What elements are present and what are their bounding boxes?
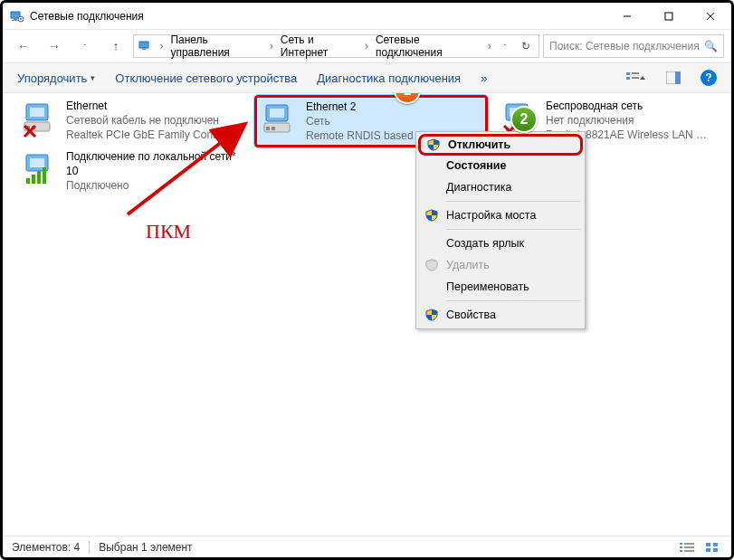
wifi-icon	[21, 149, 61, 189]
search-placeholder: Поиск: Сетевые подключения	[549, 40, 700, 52]
minimize-button[interactable]	[606, 3, 648, 30]
ctx-status[interactable]: Состояние	[419, 155, 582, 176]
close-button[interactable]	[690, 3, 731, 30]
organize-button[interactable]: Упорядочить▾	[10, 68, 102, 89]
titlebar: Сетевые подключения	[3, 3, 731, 30]
svg-rect-46	[680, 546, 682, 548]
svg-rect-45	[684, 543, 694, 545]
chevron-right-icon: ›	[363, 40, 370, 52]
breadcrumb-item[interactable]: Панель управления	[167, 32, 265, 61]
help-button[interactable]: ?	[693, 66, 724, 90]
svg-rect-12	[626, 77, 630, 80]
ctx-rename[interactable]: Переименовать	[419, 276, 582, 298]
svg-rect-47	[684, 546, 694, 548]
rmb-annotation: ПКМ	[146, 220, 191, 243]
breadcrumb-icon	[138, 37, 154, 55]
ctx-shortcut[interactable]: Создать ярлык	[419, 233, 582, 254]
svg-rect-1	[14, 18, 17, 20]
svg-rect-10	[142, 48, 146, 50]
more-button[interactable]: »	[473, 68, 494, 89]
svg-rect-44	[680, 543, 682, 545]
view-large-button[interactable]	[702, 539, 722, 555]
item-title: Беспроводная сеть	[546, 99, 710, 113]
content-area: Ethernet Сетевой кабель не подключен Rea…	[3, 93, 731, 536]
separator	[446, 229, 580, 230]
svg-rect-11	[626, 72, 630, 75]
forward-button[interactable]: →	[41, 34, 68, 58]
item-status: Сетевой кабель не подключен	[66, 113, 240, 128]
item-title: Подключение по локальной сети* 10	[66, 149, 240, 178]
svg-rect-38	[30, 158, 44, 167]
svg-rect-50	[706, 543, 710, 546]
svg-rect-16	[675, 71, 681, 84]
window-title: Сетевые подключения	[30, 10, 144, 23]
chevron-right-icon: ›	[268, 40, 275, 52]
ctx-delete: Удалить	[419, 254, 582, 276]
svg-rect-27	[266, 127, 270, 130]
connection-local10[interactable]: Подключение по локальной сети* 10 Подклю…	[17, 147, 243, 195]
shield-icon	[424, 258, 439, 272]
svg-rect-42	[43, 167, 46, 184]
breadcrumb[interactable]: › Панель управления › Сеть и Интернет › …	[133, 34, 539, 58]
addressbar: ← → ˇ ↑ › Панель управления › Сеть и Инт…	[3, 30, 731, 62]
item-device: Realtek PCIe GbE Family Controller	[66, 128, 240, 142]
svg-rect-14	[632, 77, 639, 79]
history-dropdown[interactable]: ˇ	[71, 34, 99, 58]
preview-pane-button[interactable]	[659, 68, 688, 88]
status-selected: Выбран 1 элемент	[99, 541, 192, 554]
connection-ethernet[interactable]: Ethernet Сетевой кабель не подключен Rea…	[17, 97, 243, 144]
svg-rect-13	[632, 72, 639, 74]
svg-rect-9	[139, 42, 148, 48]
view-details-button[interactable]	[677, 539, 697, 555]
svg-rect-41	[37, 171, 41, 184]
chevron-right-icon: ›	[157, 40, 165, 52]
svg-rect-18	[30, 108, 44, 117]
search-icon: 🔍	[704, 40, 718, 52]
svg-rect-48	[680, 550, 682, 552]
item-status: Подключено	[66, 178, 240, 193]
item-status: Сеть	[306, 114, 481, 128]
shield-icon	[424, 208, 439, 223]
ctx-properties[interactable]: Свойства	[419, 304, 582, 326]
search-input[interactable]: Поиск: Сетевые подключения 🔍	[543, 34, 724, 58]
svg-rect-39	[26, 178, 30, 184]
toolbar: Упорядочить▾ Отключение сетевого устройс…	[3, 62, 731, 93]
breadcrumb-item[interactable]: Сетевые подключения	[372, 32, 484, 61]
ctx-disable[interactable]: Отключить	[418, 134, 583, 156]
view-options-button[interactable]	[619, 67, 653, 89]
diagnostics-button[interactable]: Диагностика подключения	[310, 68, 468, 89]
shield-icon	[424, 308, 439, 322]
svg-rect-52	[706, 548, 710, 552]
svg-rect-40	[32, 175, 35, 184]
separator	[446, 300, 580, 301]
up-button[interactable]: ↑	[102, 34, 129, 58]
breadcrumb-dropdown[interactable]: ˇ	[497, 34, 513, 58]
item-status: Нет подключения	[546, 113, 710, 128]
svg-rect-51	[713, 543, 718, 546]
status-count: Элементов: 4	[12, 541, 80, 554]
disable-device-button[interactable]: Отключение сетевого устройства	[108, 68, 304, 89]
svg-point-4	[20, 18, 22, 20]
item-title: Ethernet	[66, 99, 240, 113]
chevron-right-icon: ›	[486, 40, 493, 52]
annotation-circle-2: 2	[510, 106, 538, 133]
context-menu: Отключить Состояние Диагностика Настройк…	[415, 131, 586, 329]
svg-rect-53	[713, 548, 718, 552]
svg-rect-6	[665, 13, 672, 20]
shield-icon	[426, 138, 441, 152]
refresh-button[interactable]: ↻	[515, 40, 537, 52]
maximize-button[interactable]	[648, 3, 690, 30]
svg-rect-49	[684, 550, 694, 552]
svg-rect-28	[272, 127, 275, 130]
item-title: Ethernet 2	[306, 100, 481, 114]
ctx-diagnostics[interactable]: Диагностика	[419, 176, 582, 198]
help-icon: ?	[701, 70, 717, 86]
ctx-bridge[interactable]: Настройка моста	[419, 204, 582, 226]
separator	[446, 201, 580, 202]
statusbar: Элементов: 4 Выбран 1 элемент	[3, 536, 731, 557]
chevron-down-icon: ▾	[91, 73, 95, 82]
back-button[interactable]: ←	[10, 34, 37, 58]
breadcrumb-item[interactable]: Сеть и Интернет	[277, 32, 361, 61]
svg-rect-25	[270, 109, 284, 118]
ethernet-icon	[261, 100, 300, 139]
